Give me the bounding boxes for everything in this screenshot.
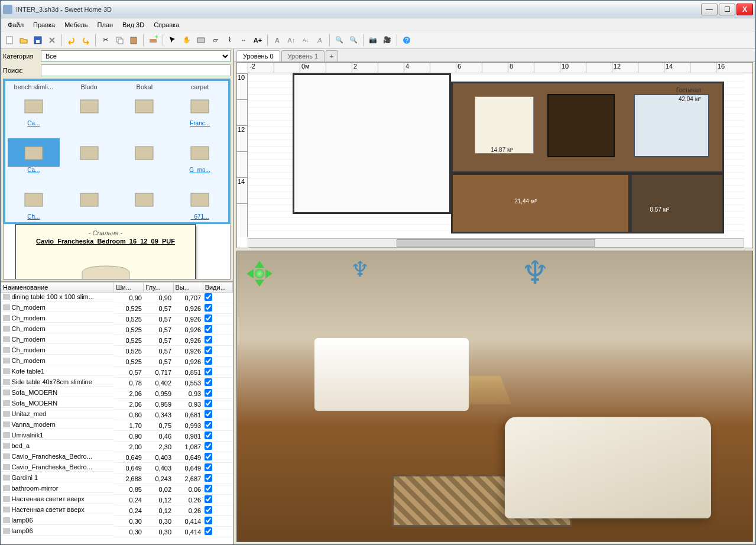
visibility-checkbox[interactable]	[205, 325, 212, 333]
catalog-item[interactable]: Ca...	[8, 130, 60, 173]
table-row[interactable]: bathroom-mirror0,850,020,06	[1, 484, 233, 495]
menu-Файл[interactable]: Файл	[3, 20, 28, 30]
table-row[interactable]: dining table 100 x 100 slim...0,900,900,…	[1, 293, 233, 303]
text-bold-icon[interactable]: A	[271, 34, 284, 47]
menu-Мебель[interactable]: Мебель	[60, 20, 92, 30]
furniture-list[interactable]: НаименованиеШи...Глу...Вы...Види... dini…	[1, 281, 233, 544]
visibility-checkbox[interactable]	[205, 453, 212, 460]
visibility-checkbox[interactable]	[205, 495, 212, 503]
visibility-checkbox[interactable]	[205, 304, 212, 312]
table-row[interactable]: Ch_modern0,5250,570,926	[1, 325, 233, 335]
plan-room[interactable]: 8,57 м²	[630, 173, 725, 233]
visibility-checkbox[interactable]	[205, 378, 212, 386]
table-row[interactable]: Ch_modern0,5250,570,926	[1, 346, 233, 356]
nav-down-icon[interactable]	[255, 280, 264, 291]
catalog-item[interactable]	[119, 177, 171, 220]
menu-Справка[interactable]: Справка	[149, 20, 184, 30]
visibility-checkbox[interactable]	[205, 506, 212, 514]
table-row[interactable]: Vanna_modern1,700,750,993	[1, 420, 233, 431]
furniture-catalog[interactable]: bench slimli...Ca...BludoBokalcarpetFran…	[3, 79, 231, 280]
plan-room[interactable]: 14,87 м² Гостиная 42,04 м²	[451, 82, 724, 173]
table-row[interactable]: Unitaz_med0,600,3430,681	[1, 410, 233, 420]
table-row[interactable]: bed_a2,002,301,087	[1, 442, 233, 452]
plan-view[interactable]: -20м246810121416 101214 14,87 м² Гостина…	[236, 62, 753, 248]
plan-canvas[interactable]: 14,87 м² Гостиная 42,04 м² 21,44 м² 8,57…	[248, 73, 744, 237]
visibility-checkbox[interactable]	[205, 314, 212, 322]
scrollbar-horizontal[interactable]	[248, 238, 744, 248]
zoom-out-icon[interactable]: 🔍	[347, 34, 360, 47]
plan-room[interactable]	[293, 73, 452, 214]
visibility-checkbox[interactable]	[205, 368, 212, 375]
column-header[interactable]: Ши...	[114, 283, 144, 293]
visibility-checkbox[interactable]	[205, 432, 212, 439]
table-row[interactable]: Cavio_Francheska_Bedro...0,6490,4030,649	[1, 463, 233, 473]
table-row[interactable]: Cavio_Francheska_Bedro...0,6490,4030,649	[1, 452, 233, 463]
plan-room[interactable]: 21,44 м²	[451, 173, 630, 233]
polyline-tool-icon[interactable]: ⌇	[223, 34, 236, 47]
catalog-item[interactable]: bench slimli...Ca...	[8, 83, 60, 126]
table-row[interactable]: Side table 40x78cm slimline0,780,4020,55…	[1, 378, 233, 388]
visibility-checkbox[interactable]	[205, 357, 212, 365]
visibility-checkbox[interactable]	[205, 346, 212, 354]
column-header[interactable]: Види...	[203, 283, 232, 293]
table-row[interactable]: Sofa_MODERN2,060,9590,93	[1, 388, 233, 399]
catalog-item[interactable]	[119, 130, 171, 173]
table-row[interactable]: Ch_modern0,5250,570,926	[1, 314, 233, 325]
help-icon[interactable]: ?	[400, 34, 413, 47]
copy-icon[interactable]	[113, 34, 126, 47]
add-furniture-icon[interactable]: +	[147, 34, 160, 47]
table-row[interactable]: Настенная светит вверх0,240,120,26	[1, 505, 233, 516]
undo-icon[interactable]	[65, 34, 78, 47]
pan-tool-icon[interactable]: ✋	[180, 34, 193, 47]
catalog-item[interactable]: G_mo...	[174, 130, 226, 173]
new-icon[interactable]	[3, 34, 16, 47]
visibility-checkbox[interactable]	[205, 410, 212, 418]
table-row[interactable]: Ch_modern0,5250,570,926	[1, 356, 233, 367]
table-row[interactable]: Sofa_MODERN2,060,9590,93	[1, 399, 233, 410]
column-header[interactable]: Глу...	[144, 283, 173, 293]
table-row[interactable]: Kofe table10,570,7170,851	[1, 367, 233, 378]
open-icon[interactable]	[17, 34, 30, 47]
nav-left-icon[interactable]	[242, 269, 254, 278]
column-header[interactable]: Вы...	[173, 283, 203, 293]
table-row[interactable]: Настенная светит вверх0,240,120,26	[1, 495, 233, 505]
maximize-button[interactable]: ☐	[719, 4, 735, 15]
nav-right-icon[interactable]	[265, 269, 277, 278]
nav-up-icon[interactable]	[255, 256, 264, 268]
visibility-checkbox[interactable]	[205, 517, 212, 524]
room-tool-icon[interactable]: ▱	[209, 34, 222, 47]
menu-Вид 3D[interactable]: Вид 3D	[118, 20, 149, 30]
text-smaller-icon[interactable]: A↓	[299, 34, 312, 47]
close-button[interactable]: X	[736, 4, 753, 15]
catalog-item[interactable]	[63, 130, 115, 173]
tab-level-1[interactable]: Уровень 1	[281, 50, 325, 61]
visibility-checkbox[interactable]	[205, 400, 212, 407]
view-3d[interactable]: ♆ ♆	[236, 251, 753, 542]
minimize-button[interactable]: —	[701, 4, 718, 15]
table-row[interactable]: Ch_modern0,5250,570,926	[1, 335, 233, 346]
table-row[interactable]: Umivalnik10,900,460,981	[1, 431, 233, 442]
table-row[interactable]: lamp060,300,300,414	[1, 527, 233, 537]
catalog-item[interactable]: carpetFranc...	[174, 83, 226, 126]
visibility-checkbox[interactable]	[205, 442, 212, 450]
catalog-item[interactable]: Bludo	[63, 83, 115, 126]
text-bigger-icon[interactable]: A↑	[285, 34, 298, 47]
wall-tool-icon[interactable]	[194, 34, 207, 47]
tab-level-0[interactable]: Уровень 0	[236, 50, 280, 61]
zoom-in-icon[interactable]: 🔍	[333, 34, 346, 47]
column-header[interactable]: Наименование	[1, 283, 114, 293]
visibility-checkbox[interactable]	[205, 485, 212, 492]
text-tool-icon[interactable]: A+	[251, 34, 264, 47]
redo-icon[interactable]	[79, 34, 92, 47]
table-row[interactable]: Gardini 12,6880,2432,687	[1, 473, 233, 484]
cut-icon[interactable]: ✂	[99, 34, 112, 47]
photo-icon[interactable]: 📷	[366, 34, 379, 47]
search-input[interactable]	[41, 64, 231, 76]
text-italic-icon[interactable]: A	[313, 34, 326, 47]
tab-add-level[interactable]: +	[326, 50, 338, 61]
video-icon[interactable]: 🎥	[381, 34, 394, 47]
catalog-item[interactable]: Bokal	[119, 83, 171, 126]
paste-icon[interactable]	[127, 34, 140, 47]
table-row[interactable]: Ch_modern0,5250,570,926	[1, 303, 233, 314]
catalog-item[interactable]	[63, 177, 115, 220]
